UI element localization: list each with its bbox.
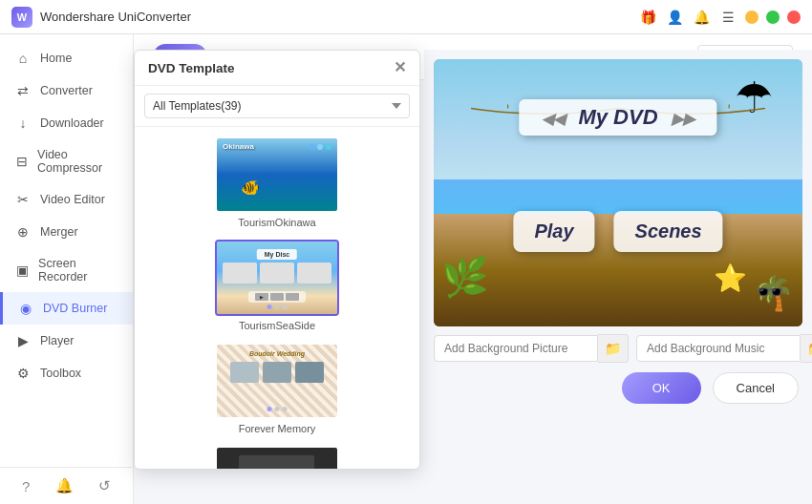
forever-photos (230, 362, 324, 383)
okinawa-banner-text: Okinawa (223, 142, 254, 151)
template-filter-select[interactable]: All Templates(39) Travel Wedding Holiday (144, 94, 410, 118)
sidebar-label-dvd-burner: DVD Burner (43, 302, 107, 315)
forever-title-text: Boudoir Wedding (249, 350, 305, 357)
template-label-okinawa: TourismOkinawa (238, 217, 315, 228)
template-thumb-forever: Boudoir Wedding (215, 343, 339, 419)
help-icon[interactable]: ? (22, 478, 30, 494)
titlebar-right: 🎁 👤 🔔 ☰ (638, 8, 801, 27)
downloader-icon: ↓ (15, 116, 31, 131)
seaside-controls (267, 304, 288, 309)
sidebar: ⌂ Home ⇄ Converter ↓ Downloader ⊟ Video … (0, 34, 134, 504)
template-thumb-happiness: Boudoir Weddings (215, 446, 339, 469)
sidebar-item-video-editor[interactable]: ✂ Video Editor (0, 183, 133, 216)
sidebar-item-video-compressor[interactable]: ⊟ Video Compressor (0, 139, 133, 183)
sidebar-item-converter[interactable]: ⇄ Converter (0, 74, 133, 107)
screen-recorder-icon: ▣ (15, 262, 29, 278)
panel-filter: All Templates(39) Travel Wedding Holiday (135, 86, 419, 127)
video-editor-icon: ✂ (15, 192, 31, 207)
sidebar-label-converter: Converter (40, 84, 93, 97)
footer-actions: OK Cancel (434, 372, 802, 404)
panel-header: DVD Template ✕ (135, 51, 419, 86)
sidebar-bottom: ? 🔔 ↺ (0, 467, 133, 504)
forever-dots (267, 407, 288, 411)
preview-panel: ☂ ◀◀ My DVD ▶▶ Play (424, 50, 812, 504)
player-icon: ▶ (15, 333, 31, 348)
menu-icon[interactable]: ☰ (718, 8, 737, 27)
sidebar-item-screen-recorder[interactable]: ▣ Screen Recorder (0, 248, 133, 292)
minimize-button[interactable] (745, 10, 759, 24)
template-thumb-okinawa: Okinawa 🐠 (215, 136, 339, 213)
starfish-decoration: ⭐ (714, 262, 747, 294)
bg-picture-wrap: 📁 (434, 334, 629, 363)
sidebar-item-home[interactable]: ⌂ Home (0, 42, 133, 74)
cancel-button[interactable]: Cancel (713, 372, 799, 404)
okinawa-fish: 🐠 (241, 178, 260, 197)
app-title: Wondershare UniConverter (40, 10, 191, 24)
ok-button[interactable]: OK (622, 372, 701, 404)
happiness-photo-grid (239, 455, 315, 469)
sidebar-item-dvd-burner[interactable]: ◉ DVD Burner (0, 292, 133, 325)
preview-footer: 📁 📁 (434, 334, 802, 363)
panel-title: DVD Template (148, 61, 235, 75)
user-icon[interactable]: 👤 (665, 8, 684, 27)
sidebar-item-toolbox[interactable]: ⚙ Toolbox (0, 357, 133, 389)
dvd-title-banner: ◀◀ My DVD ▶▶ (519, 99, 716, 136)
sidebar-label-downloader: Downloader (40, 116, 104, 130)
bg-music-input[interactable] (636, 335, 801, 362)
dvd-template-panel: DVD Template ✕ All Templates(39) Travel … (134, 50, 420, 470)
sidebar-label-video-editor: Video Editor (40, 193, 105, 206)
bg-picture-input[interactable] (434, 335, 598, 362)
dvd-play-button[interactable]: Play (513, 211, 594, 252)
okinawa-controls (309, 144, 331, 150)
titlebar: W Wondershare UniConverter 🎁 👤 🔔 ☰ (0, 0, 812, 34)
titlebar-left: W Wondershare UniConverter (11, 7, 191, 28)
template-label-forever: Forever Memory (239, 423, 316, 434)
panel-close-button[interactable]: ✕ (394, 60, 406, 75)
dvd-burner-icon: ◉ (18, 301, 33, 316)
template-item-happiness[interactable]: Boudoir Weddings Happiness (144, 446, 410, 469)
gift-icon[interactable]: 🎁 (638, 8, 657, 27)
template-item-forever[interactable]: Boudoir Wedding (144, 343, 410, 434)
bg-music-wrap: 📁 (636, 334, 812, 363)
sidebar-label-merger: Merger (40, 225, 78, 239)
bg-music-folder-button[interactable]: 📁 (801, 334, 812, 363)
content-area: 📄 ▾ 💿 ▾ Burn video to: DVD Folder DVD Di… (134, 34, 812, 504)
play-scenes-row: Play Scenes (513, 211, 722, 252)
sidebar-label-video-compressor: Video Compressor (37, 148, 118, 175)
templates-list: Okinawa 🐠 TourismOkinawa (135, 127, 419, 469)
sidebar-label-screen-recorder: Screen Recorder (38, 257, 118, 284)
sidebar-label-toolbox: Toolbox (40, 367, 81, 380)
sidebar-item-player[interactable]: ▶ Player (0, 325, 133, 357)
main-layout: ⌂ Home ⇄ Converter ↓ Downloader ⊟ Video … (0, 34, 812, 504)
merger-icon: ⊕ (15, 224, 31, 240)
home-icon: ⌂ (15, 51, 31, 66)
template-thumb-seaside: My Disc ▶ (215, 240, 339, 316)
dvd-scenes-button[interactable]: Scenes (614, 211, 723, 252)
notification-icon[interactable]: 🔔 (55, 477, 74, 494)
bg-picture-folder-button[interactable]: 📁 (598, 334, 629, 363)
sunglasses-decoration: 🕶️ (756, 279, 784, 305)
app-logo: W (11, 7, 32, 28)
feedback-icon[interactable]: ↺ (98, 477, 111, 494)
sidebar-label-home: Home (40, 52, 72, 65)
sidebar-label-player: Player (40, 334, 74, 347)
seaside-banner: My Disc (257, 249, 297, 260)
plant-left-decoration: 🌿 (441, 255, 489, 300)
template-item-seaside[interactable]: My Disc ▶ (144, 240, 410, 331)
converter-icon: ⇄ (15, 83, 31, 98)
template-item-okinawa[interactable]: Okinawa 🐠 TourismOkinawa (144, 136, 410, 228)
dvd-preview-image: ☂ ◀◀ My DVD ▶▶ Play (434, 59, 802, 326)
video-compressor-icon: ⊟ (15, 154, 28, 169)
sidebar-item-merger[interactable]: ⊕ Merger (0, 216, 133, 248)
template-label-seaside: TourismSeaSide (239, 320, 315, 331)
dvd-preview-content: ☂ ◀◀ My DVD ▶▶ Play (434, 59, 802, 326)
bell-icon[interactable]: 🔔 (692, 8, 711, 27)
close-button[interactable] (787, 10, 801, 24)
sidebar-item-downloader[interactable]: ↓ Downloader (0, 107, 133, 139)
toolbox-icon: ⚙ (15, 366, 31, 381)
maximize-button[interactable] (766, 10, 780, 24)
